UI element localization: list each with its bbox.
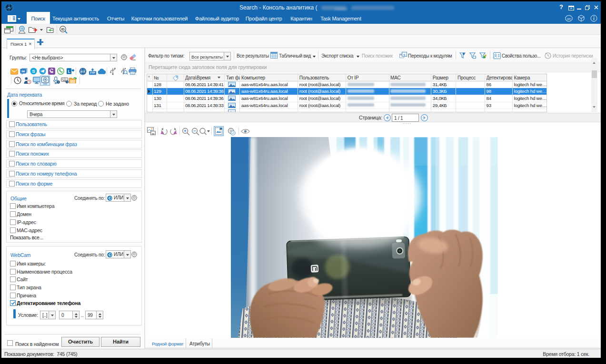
svg-text:S: S xyxy=(32,69,35,74)
svg-text:ID: ID xyxy=(61,28,65,31)
svg-text:HTTP: HTTP xyxy=(80,70,86,73)
svg-text:i: i xyxy=(67,81,67,83)
svg-text:FTP: FTP xyxy=(90,72,95,75)
svg-text:L: L xyxy=(68,69,70,74)
svg-text:API: API xyxy=(567,18,571,20)
svg-text:IM: IM xyxy=(21,69,25,73)
svg-text:i: i xyxy=(58,81,59,83)
